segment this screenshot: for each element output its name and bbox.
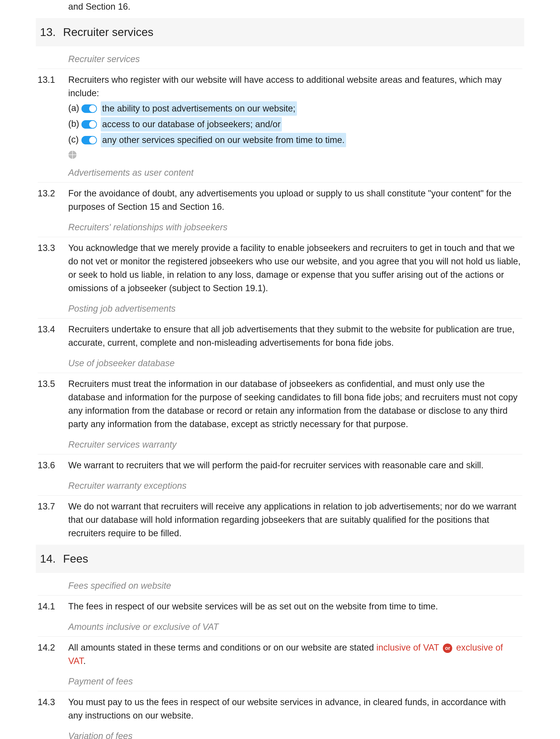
subheading-posting-ads: Posting job advertisements bbox=[38, 300, 522, 318]
clause-14-3-text: You must pay to us the fees in respect o… bbox=[68, 696, 522, 722]
subheading-fees-on-website: Fees specified on website bbox=[38, 577, 522, 596]
list-letter: (a) bbox=[68, 101, 82, 116]
or-selector-pill[interactable]: or bbox=[443, 643, 452, 653]
clause-13-7-text: We do not warrant that recruiters will r… bbox=[68, 500, 522, 540]
clause-number: 14.3 bbox=[38, 696, 68, 722]
subheading-warranty: Recruiter services warranty bbox=[38, 436, 522, 454]
clause-number: 13.6 bbox=[38, 459, 68, 472]
toggle-option-c[interactable] bbox=[82, 136, 97, 144]
clause-13-1: 13.1 Recruiters who register with our we… bbox=[38, 73, 522, 159]
section-13-number: 13. bbox=[40, 24, 56, 41]
section-14-heading: 14. Fees bbox=[36, 545, 524, 573]
clause-13-4: 13.4 Recruiters undertake to ensure that… bbox=[38, 323, 522, 349]
clause-number: 14.2 bbox=[38, 641, 68, 668]
clause-13-6: 13.6 We warrant to recruiters that we wi… bbox=[38, 459, 522, 472]
clause-13-4-text: Recruiters undertake to ensure that all … bbox=[68, 323, 522, 349]
clause-13-5: 13.5 Recruiters must treat the informati… bbox=[38, 377, 522, 431]
option-a-text[interactable]: the ability to post advertisements on ou… bbox=[101, 101, 297, 116]
subheading-ads-user-content: Advertisements as user content bbox=[38, 164, 522, 182]
clause-13-6-text: We warrant to recruiters that we will pe… bbox=[68, 459, 522, 472]
toggle-option-b[interactable] bbox=[82, 120, 97, 129]
subheading-jobseeker-db: Use of jobseeker database bbox=[38, 354, 522, 373]
option-c-text[interactable]: any other services specified on our webs… bbox=[101, 133, 346, 147]
clause-14-2: 14.2 All amounts stated in these terms a… bbox=[38, 641, 522, 668]
list-letter: (b) bbox=[68, 117, 82, 132]
clause-13-1-c: (c) any other services specified on our … bbox=[68, 133, 522, 147]
clause-13-1-b: (b) access to our database of jobseekers… bbox=[68, 117, 522, 132]
subheading-variation-fees: Variation of fees bbox=[38, 727, 522, 739]
move-handle-icon[interactable] bbox=[68, 151, 77, 159]
clause-number: 13.5 bbox=[38, 377, 68, 431]
clause-number: 13.7 bbox=[38, 500, 68, 540]
subheading-warranty-exceptions: Recruiter warranty exceptions bbox=[38, 477, 522, 495]
clause-13-2: 13.2 For the avoidance of doubt, any adv… bbox=[38, 187, 522, 213]
clause-14-2-post: . bbox=[83, 656, 86, 666]
subheading-recruiter-services: Recruiter services bbox=[38, 50, 522, 69]
subheading-vat: Amounts inclusive or exclusive of VAT bbox=[38, 618, 522, 637]
clause-14-1-text: The fees in respect of our website servi… bbox=[68, 600, 522, 613]
clause-14-3: 14.3 You must pay to us the fees in resp… bbox=[38, 696, 522, 722]
clause-13-1-lead: Recruiters who register with our website… bbox=[68, 73, 522, 100]
option-b-text[interactable]: access to our database of jobseekers; an… bbox=[101, 117, 282, 132]
clause-number: 14.1 bbox=[38, 600, 68, 613]
clause-13-3-text: You acknowledge that we merely provide a… bbox=[68, 241, 522, 295]
intro-fragment: and Section 16. bbox=[38, 0, 522, 18]
section-13-title: Recruiter services bbox=[63, 24, 153, 41]
list-letter: (c) bbox=[68, 133, 82, 147]
toggle-option-a[interactable] bbox=[82, 105, 97, 113]
section-14-title: Fees bbox=[63, 550, 88, 567]
clause-14-1: 14.1 The fees in respect of our website … bbox=[38, 600, 522, 613]
clause-13-5-text: Recruiters must treat the information in… bbox=[68, 377, 522, 431]
clause-number: 13.3 bbox=[38, 241, 68, 295]
vat-option-inclusive[interactable]: inclusive of VAT bbox=[377, 642, 439, 652]
intro-tail-text: and Section 16. bbox=[68, 2, 130, 11]
subheading-recruiter-jobseeker-rel: Recruiters' relationships with jobseeker… bbox=[38, 218, 522, 237]
clause-13-7: 13.7 We do not warrant that recruiters w… bbox=[38, 500, 522, 540]
clause-number: 13.1 bbox=[38, 73, 68, 159]
clause-14-2-pre: All amounts stated in these terms and co… bbox=[68, 642, 377, 652]
subheading-payment-fees: Payment of fees bbox=[38, 673, 522, 691]
section-14-number: 14. bbox=[40, 550, 56, 567]
clause-13-3: 13.3 You acknowledge that we merely prov… bbox=[38, 241, 522, 295]
clause-number: 13.4 bbox=[38, 323, 68, 349]
clause-13-1-a: (a) the ability to post advertisements o… bbox=[68, 101, 522, 116]
section-13-heading: 13. Recruiter services bbox=[36, 18, 524, 46]
clause-13-2-text: For the avoidance of doubt, any advertis… bbox=[68, 187, 522, 213]
clause-number: 13.2 bbox=[38, 187, 68, 213]
